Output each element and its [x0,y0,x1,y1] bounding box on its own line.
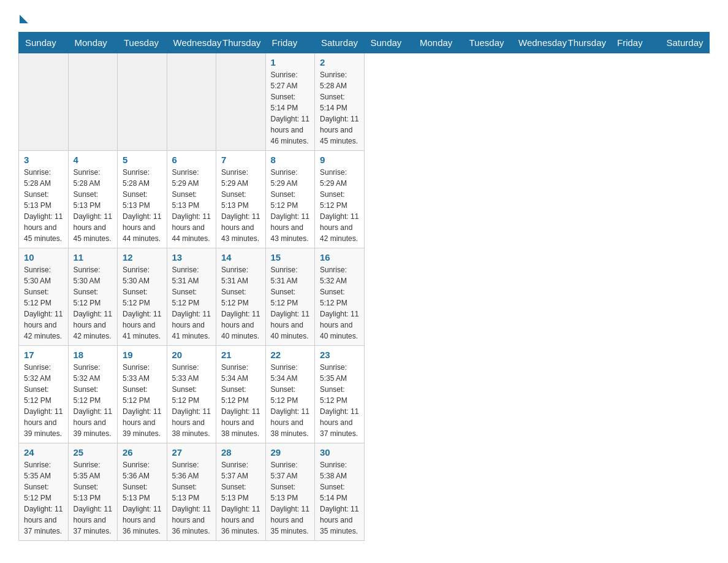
calendar-cell: 28Sunrise: 5:37 AMSunset: 5:13 PMDayligh… [216,443,266,541]
day-info: Sunrise: 5:30 AMSunset: 5:12 PMDaylight:… [24,264,63,342]
header-thursday: Thursday [216,33,266,53]
day-info: Sunrise: 5:33 AMSunset: 5:12 PMDaylight:… [123,362,162,439]
calendar-cell: 21Sunrise: 5:34 AMSunset: 5:12 PMDayligh… [216,346,266,443]
header-sunday: Sunday [364,33,414,53]
week-row-2: 3Sunrise: 5:28 AMSunset: 5:13 PMDaylight… [19,151,710,248]
calendar-cell: 14Sunrise: 5:31 AMSunset: 5:12 PMDayligh… [216,248,266,346]
day-info: Sunrise: 5:37 AMSunset: 5:13 PMDaylight:… [221,459,260,537]
day-number: 18 [74,350,113,360]
day-number: 22 [271,350,310,360]
day-info: Sunrise: 5:35 AMSunset: 5:12 PMDaylight:… [320,362,359,439]
day-info: Sunrise: 5:30 AMSunset: 5:12 PMDaylight:… [123,264,162,342]
day-number: 27 [172,447,211,458]
day-number: 3 [24,155,63,165]
calendar-cell: 19Sunrise: 5:33 AMSunset: 5:12 PMDayligh… [118,346,167,443]
week-row-1: 1Sunrise: 5:27 AMSunset: 5:14 PMDaylight… [19,53,710,151]
calendar-cell: 8Sunrise: 5:29 AMSunset: 5:12 PMDaylight… [265,151,315,248]
header-tuesday: Tuesday [118,33,167,53]
calendar-cell: 25Sunrise: 5:35 AMSunset: 5:13 PMDayligh… [68,443,118,541]
day-number: 16 [320,252,359,262]
day-number: 28 [221,447,260,458]
day-number: 1 [271,57,310,67]
calendar-cell: 7Sunrise: 5:29 AMSunset: 5:13 PMDaylight… [216,151,266,248]
calendar-cell [118,53,167,151]
calendar-cell: 5Sunrise: 5:28 AMSunset: 5:13 PMDaylight… [118,151,167,248]
day-info: Sunrise: 5:29 AMSunset: 5:13 PMDaylight:… [172,167,211,244]
header-wednesday: Wednesday [167,33,216,53]
day-info: Sunrise: 5:28 AMSunset: 5:13 PMDaylight:… [24,167,63,244]
calendar-cell [68,53,118,151]
day-number: 19 [123,350,162,360]
day-number: 25 [74,447,113,458]
header-row: SundayMondayTuesdayWednesdayThursdayFrid… [19,33,710,53]
week-row-5: 24Sunrise: 5:35 AMSunset: 5:12 PMDayligh… [19,443,710,541]
day-number: 5 [123,155,162,165]
day-number: 26 [123,447,162,458]
calendar-cell: 23Sunrise: 5:35 AMSunset: 5:12 PMDayligh… [315,346,365,443]
calendar-cell: 1Sunrise: 5:27 AMSunset: 5:14 PMDaylight… [265,53,315,151]
day-number: 29 [271,447,310,458]
day-info: Sunrise: 5:38 AMSunset: 5:14 PMDaylight:… [320,459,359,537]
day-number: 9 [320,155,359,165]
day-info: Sunrise: 5:29 AMSunset: 5:12 PMDaylight:… [271,167,310,244]
calendar-cell: 11Sunrise: 5:30 AMSunset: 5:12 PMDayligh… [68,248,118,346]
calendar-cell: 18Sunrise: 5:32 AMSunset: 5:12 PMDayligh… [68,346,118,443]
calendar-cell: 12Sunrise: 5:30 AMSunset: 5:12 PMDayligh… [118,248,167,346]
day-info: Sunrise: 5:28 AMSunset: 5:14 PMDaylight:… [320,69,359,147]
calendar-cell: 26Sunrise: 5:36 AMSunset: 5:13 PMDayligh… [118,443,167,541]
calendar-cell: 10Sunrise: 5:30 AMSunset: 5:12 PMDayligh… [19,248,69,346]
day-number: 21 [221,350,260,360]
day-info: Sunrise: 5:34 AMSunset: 5:12 PMDaylight:… [221,362,260,439]
day-info: Sunrise: 5:35 AMSunset: 5:13 PMDaylight:… [74,459,113,537]
day-number: 6 [172,155,211,165]
day-info: Sunrise: 5:31 AMSunset: 5:12 PMDaylight:… [271,264,310,342]
header-thursday: Thursday [561,33,611,53]
calendar-cell: 27Sunrise: 5:36 AMSunset: 5:13 PMDayligh… [167,443,216,541]
day-info: Sunrise: 5:31 AMSunset: 5:12 PMDaylight:… [221,264,260,342]
day-number: 20 [172,350,211,360]
day-info: Sunrise: 5:32 AMSunset: 5:12 PMDaylight:… [24,362,63,439]
calendar-cell: 9Sunrise: 5:29 AMSunset: 5:12 PMDaylight… [315,151,365,248]
day-number: 4 [74,155,113,165]
header-saturday: Saturday [660,33,710,53]
day-number: 12 [123,252,162,262]
calendar-cell: 6Sunrise: 5:29 AMSunset: 5:13 PMDaylight… [167,151,216,248]
day-info: Sunrise: 5:32 AMSunset: 5:12 PMDaylight:… [74,362,113,439]
day-info: Sunrise: 5:32 AMSunset: 5:12 PMDaylight:… [320,264,359,342]
header-wednesday: Wednesday [512,33,562,53]
day-info: Sunrise: 5:34 AMSunset: 5:12 PMDaylight:… [271,362,310,439]
day-info: Sunrise: 5:31 AMSunset: 5:12 PMDaylight:… [172,264,211,342]
calendar-cell: 17Sunrise: 5:32 AMSunset: 5:12 PMDayligh… [19,346,69,443]
day-number: 10 [24,252,63,262]
day-number: 17 [24,350,63,360]
day-info: Sunrise: 5:30 AMSunset: 5:12 PMDaylight:… [74,264,113,342]
header-tuesday: Tuesday [463,33,512,53]
calendar-cell: 24Sunrise: 5:35 AMSunset: 5:12 PMDayligh… [19,443,69,541]
calendar-cell: 15Sunrise: 5:31 AMSunset: 5:12 PMDayligh… [265,248,315,346]
calendar-cell: 3Sunrise: 5:28 AMSunset: 5:13 PMDaylight… [19,151,69,248]
header-friday: Friday [265,33,315,53]
calendar-cell: 2Sunrise: 5:28 AMSunset: 5:14 PMDaylight… [315,53,365,151]
calendar-cell: 29Sunrise: 5:37 AMSunset: 5:13 PMDayligh… [265,443,315,541]
day-info: Sunrise: 5:36 AMSunset: 5:13 PMDaylight:… [123,459,162,537]
calendar-cell [19,53,69,151]
header-saturday: Saturday [315,33,365,53]
day-number: 23 [320,350,359,360]
logo-triangle-icon [20,15,28,23]
day-number: 30 [320,447,359,458]
day-info: Sunrise: 5:37 AMSunset: 5:13 PMDaylight:… [271,459,310,537]
header-friday: Friday [611,33,661,53]
week-row-4: 17Sunrise: 5:32 AMSunset: 5:12 PMDayligh… [19,346,710,443]
calendar-cell: 30Sunrise: 5:38 AMSunset: 5:14 PMDayligh… [315,443,365,541]
header-monday: Monday [414,33,463,53]
calendar-cell: 16Sunrise: 5:32 AMSunset: 5:12 PMDayligh… [315,248,365,346]
logo [18,12,28,21]
day-number: 15 [271,252,310,262]
day-number: 8 [271,155,310,165]
day-info: Sunrise: 5:33 AMSunset: 5:12 PMDaylight:… [172,362,211,439]
day-info: Sunrise: 5:28 AMSunset: 5:13 PMDaylight:… [74,167,113,244]
calendar-table: SundayMondayTuesdayWednesdayThursdayFrid… [18,32,710,541]
calendar-cell: 4Sunrise: 5:28 AMSunset: 5:13 PMDaylight… [68,151,118,248]
day-info: Sunrise: 5:36 AMSunset: 5:13 PMDaylight:… [172,459,211,537]
calendar-cell: 20Sunrise: 5:33 AMSunset: 5:12 PMDayligh… [167,346,216,443]
